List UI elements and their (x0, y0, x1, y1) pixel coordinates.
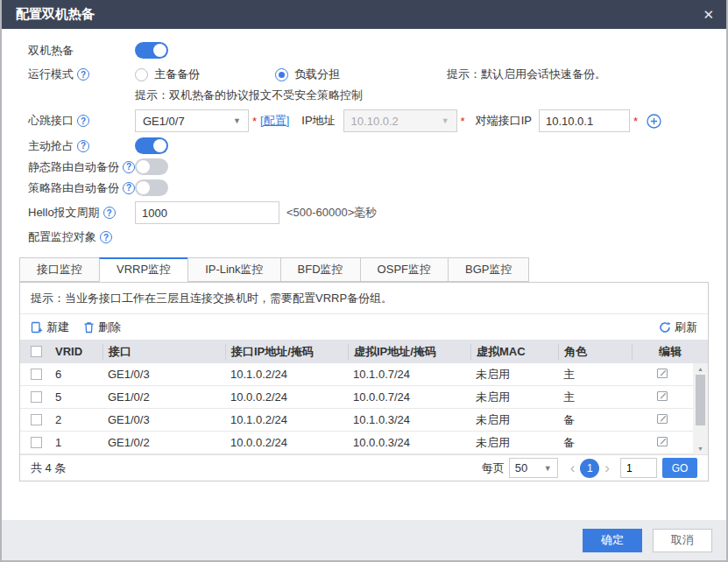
help-icon[interactable]: ? (103, 207, 116, 219)
close-icon[interactable]: ✕ (703, 8, 714, 21)
tab-vrrp-monitor[interactable]: VRRP监控 (99, 257, 187, 282)
row-checkbox[interactable] (31, 369, 42, 380)
preempt-toggle[interactable] (135, 137, 168, 154)
help-icon[interactable]: ? (100, 231, 112, 243)
hot-standby-label: 双机热备 (28, 43, 135, 59)
static-route-row: 静态路由自动备份 ? (28, 158, 709, 175)
row-checkbox[interactable] (31, 391, 42, 403)
scroll-down-icon[interactable]: ▼ (693, 443, 708, 454)
col-virtual-mac[interactable]: 虚拟MAC (470, 344, 558, 360)
delete-button[interactable]: 删除 (83, 320, 121, 335)
edit-icon[interactable] (656, 367, 668, 379)
refresh-icon (659, 321, 671, 334)
run-mode-row: 运行模式 ? 主备备份 负载分担 提示：默认启用会话快速备份。 (28, 67, 709, 82)
help-icon[interactable]: ? (77, 140, 89, 152)
table-body: 6 GE1/0/3 10.1.0.2/24 10.1.0.7/24 未启用 主 … (20, 363, 708, 454)
row-virtual-ip: 10.0.0.7/24 (348, 390, 470, 404)
row-interface: GE1/0/2 (102, 436, 225, 449)
per-page-select[interactable]: 50 ▼ (509, 458, 558, 478)
col-interface[interactable]: 接口 (102, 344, 225, 360)
monitor-label: 配置监控对象 ? (28, 229, 135, 245)
pagination-bar: 共 4 条 每页 50 ▼ ‹ 1 › GO (20, 454, 708, 481)
table-row[interactable]: 5 GE1/0/2 10.0.0.2/24 10.0.0.7/24 未启用 主 (20, 386, 693, 409)
peer-ip-label: 对端接口IP (476, 113, 532, 129)
go-button[interactable]: GO (662, 458, 697, 478)
config-form: 双机热备 运行模式 ? 主备备份 负载分担 提示：默认启用会话快速备份。 提示：… (2, 29, 726, 245)
cancel-button[interactable]: 取消 (653, 529, 712, 552)
tab-iplink-monitor[interactable]: IP-Link监控 (187, 257, 279, 282)
table-row[interactable]: 6 GE1/0/3 10.1.0.2/24 10.1.0.7/24 未启用 主 (20, 363, 693, 386)
total-count: 共 4 条 (31, 460, 66, 476)
help-icon[interactable]: ? (77, 115, 89, 127)
toggle-knob (137, 160, 150, 173)
scrollbar-thumb[interactable] (696, 375, 705, 425)
policy-route-row: 策略路由自动备份 ? (28, 179, 709, 196)
row-vrid: 5 (50, 390, 102, 404)
radio-primary-backup[interactable]: 主备备份 (135, 67, 275, 82)
ip-select: 10.10.0.2 ▼ (343, 109, 457, 132)
heartbeat-select[interactable]: GE1/0/7 ▼ (135, 109, 249, 132)
config-link[interactable]: [配置] (260, 113, 289, 129)
goto-page-input[interactable] (620, 458, 657, 478)
row-role: 主 (558, 367, 632, 383)
new-button[interactable]: 新建 (31, 320, 69, 335)
edit-icon[interactable] (656, 390, 668, 402)
vrrp-panel: 提示：当业务接口工作在三层且连接交换机时，需要配置VRRP备份组。 新建 删除 … (19, 282, 709, 481)
scroll-up-icon[interactable]: ▲ (693, 363, 708, 375)
new-doc-icon (31, 321, 43, 334)
row-virtual-mac: 未启用 (470, 435, 558, 451)
tab-ospf-monitor[interactable]: OSPF监控 (360, 257, 448, 282)
required-mark: * (633, 115, 638, 128)
next-page-icon[interactable]: › (599, 460, 615, 475)
table-row[interactable]: 1 GE1/0/2 10.0.0.2/24 10.0.0.3/24 未启用 备 (20, 432, 693, 454)
hot-standby-toggle[interactable] (135, 42, 168, 59)
hot-standby-dialog: 配置双机热备 ✕ 双机热备 运行模式 ? 主备备份 负载分担 提示：默认启用会话… (0, 0, 728, 562)
toggle-knob (153, 139, 166, 152)
vertical-scrollbar[interactable]: ▲ ▼ (693, 363, 708, 454)
confirm-button[interactable]: 确定 (583, 529, 642, 552)
refresh-button[interactable]: 刷新 (659, 320, 697, 335)
col-virtual-ip[interactable]: 虚拟IP地址/掩码 (348, 344, 470, 360)
policy-route-toggle[interactable] (135, 179, 168, 196)
help-icon[interactable]: ? (123, 182, 135, 194)
row-virtual-mac: 未启用 (470, 390, 558, 405)
radio-icon (275, 68, 288, 81)
radio-load-share[interactable]: 负载分担 (275, 67, 447, 82)
row-role: 备 (558, 435, 632, 451)
col-role[interactable]: 角色 (558, 344, 632, 360)
hello-label: Hello报文周期 ? (28, 205, 135, 221)
hello-input[interactable] (135, 201, 279, 224)
row-vrid: 1 (50, 436, 102, 449)
row-checkbox[interactable] (31, 414, 42, 425)
hello-row: Hello报文周期 ? <500-60000>毫秒 (28, 201, 709, 224)
tab-bfd-monitor[interactable]: BFD监控 (280, 257, 360, 282)
row-virtual-ip: 10.1.0.3/24 (348, 413, 470, 426)
select-all-checkbox[interactable] (31, 346, 42, 357)
add-peer-icon[interactable] (647, 114, 661, 129)
tab-bgp-monitor[interactable]: BGP监控 (448, 257, 529, 282)
static-route-toggle[interactable] (135, 158, 168, 175)
peer-ip-input[interactable] (539, 109, 630, 132)
prev-page-icon[interactable]: ‹ (565, 460, 581, 475)
ip-label: IP地址 (301, 113, 335, 129)
tab-interface-monitor[interactable]: 接口监控 (19, 257, 99, 282)
row-interface: GE1/0/3 (102, 413, 225, 426)
row-interface-ip: 10.1.0.2/24 (225, 413, 348, 426)
required-mark: * (461, 115, 465, 128)
help-icon[interactable]: ? (123, 161, 135, 173)
row-virtual-ip: 10.1.0.7/24 (348, 368, 470, 381)
help-icon[interactable]: ? (77, 68, 89, 81)
edit-icon[interactable] (656, 412, 668, 425)
row-role: 备 (558, 412, 632, 428)
page-number-button[interactable]: 1 (580, 459, 599, 478)
table-row[interactable]: 2 GE1/0/3 10.1.0.2/24 10.1.0.3/24 未启用 备 (20, 409, 693, 432)
chevron-down-icon: ▼ (233, 116, 241, 125)
preempt-row: 主动抢占 ? (28, 137, 709, 154)
row-interface-ip: 10.1.0.2/24 (225, 368, 348, 381)
row-checkbox[interactable] (31, 437, 42, 448)
col-vrid[interactable]: VRID (50, 345, 102, 358)
col-interface-ip[interactable]: 接口IP地址/掩码 (225, 344, 348, 360)
row-role: 主 (558, 390, 632, 405)
edit-icon[interactable] (656, 435, 668, 447)
per-page-label: 每页 (482, 460, 505, 476)
